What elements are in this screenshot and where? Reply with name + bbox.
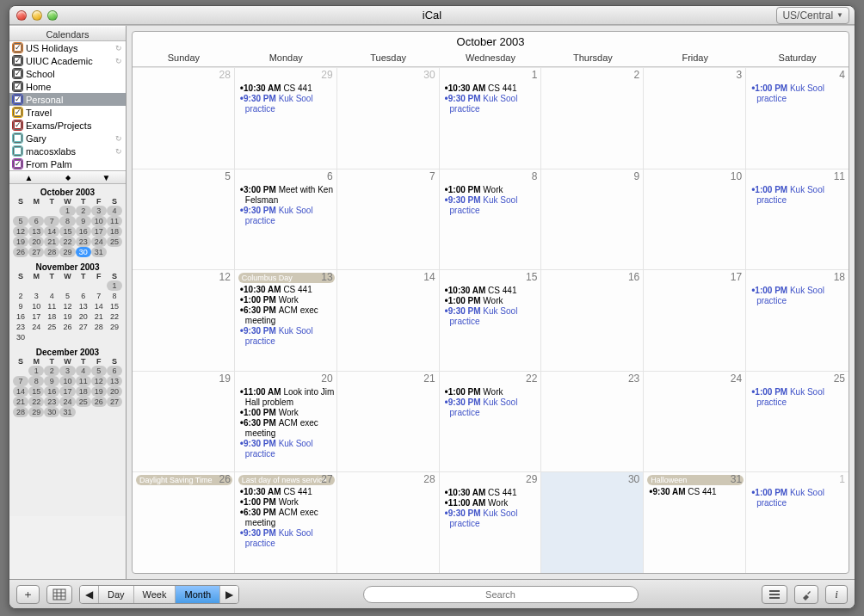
mini-day[interactable]: 26 <box>91 397 107 407</box>
mini-day[interactable]: 22 <box>59 237 75 247</box>
show-info-drawer-button[interactable] <box>794 585 818 604</box>
allday-event[interactable]: Columbus Day <box>238 273 335 283</box>
mini-day[interactable]: 29 <box>28 407 44 417</box>
mini-day[interactable]: 23 <box>76 237 91 247</box>
mini-day[interactable]: 23 <box>44 397 59 407</box>
event[interactable]: •9:30 PM Kuk Sool practice <box>445 195 540 216</box>
event[interactable]: •6:30 PM ACM exec meeting <box>240 508 335 528</box>
day-cell[interactable]: 29•10:30 AM CS 441•11:00 AM Work•9:30 PM… <box>440 472 542 573</box>
mini-day[interactable]: 18 <box>76 386 91 397</box>
mini-day[interactable]: 25 <box>76 397 91 407</box>
calendar-item[interactable]: Travel <box>9 106 126 119</box>
add-calendar-button[interactable]: ＋ <box>16 585 40 604</box>
event[interactable]: •9:30 PM Kuk Sool practice <box>240 326 335 347</box>
day-cell[interactable]: 18•1:00 PM Kuk Sool practice <box>746 270 849 371</box>
mini-prev-button[interactable]: ▲ <box>19 173 40 182</box>
mini-day[interactable]: 5 <box>13 216 28 226</box>
mini-day[interactable]: 14 <box>91 301 107 311</box>
day-cell[interactable]: 30 <box>541 472 644 573</box>
mini-day[interactable]: 15 <box>28 386 44 397</box>
toggle-mini-months-button[interactable] <box>46 585 72 604</box>
mini-day[interactable]: 3 <box>59 366 75 376</box>
day-cell[interactable]: 17 <box>644 270 746 371</box>
mini-day[interactable]: 10 <box>59 376 75 386</box>
mini-day[interactable]: 6 <box>107 366 122 376</box>
day-cell[interactable]: 8•1:00 PM Work•9:30 PM Kuk Sool practice <box>440 169 542 270</box>
calendar-checkbox[interactable] <box>13 43 22 52</box>
mini-day[interactable]: 27 <box>28 247 44 257</box>
mini-day[interactable]: 1 <box>28 366 44 376</box>
mini-day[interactable]: 9 <box>44 376 59 386</box>
show-list-button[interactable] <box>762 585 787 604</box>
day-cell[interactable]: 25•1:00 PM Kuk Sool practice <box>746 372 849 472</box>
mini-day[interactable]: 16 <box>13 311 28 322</box>
mini-day[interactable]: 30 <box>76 247 91 257</box>
mini-day[interactable]: 26 <box>13 247 28 257</box>
mini-day[interactable]: 20 <box>107 386 122 397</box>
mini-day[interactable]: 17 <box>91 226 107 237</box>
calendar-item[interactable]: School <box>9 67 126 80</box>
mini-day[interactable]: 28 <box>44 247 59 257</box>
event[interactable]: •10:30 AM CS 441 <box>240 487 335 497</box>
mini-day[interactable]: 19 <box>91 386 107 397</box>
mini-day[interactable]: 28 <box>91 322 107 332</box>
day-cell[interactable]: 14 <box>337 270 440 371</box>
calendar-checkbox[interactable] <box>13 133 22 143</box>
event[interactable]: •10:30 AM CS 441 <box>445 286 540 296</box>
event[interactable]: •1:00 PM Kuk Sool practice <box>751 83 847 104</box>
day-cell[interactable]: 27Last day of news service•10:30 AM CS 4… <box>235 472 337 573</box>
mini-day[interactable]: 18 <box>107 226 122 237</box>
mini-day[interactable]: 4 <box>44 291 59 301</box>
prev-period-button[interactable]: ◀ <box>80 586 99 603</box>
day-cell[interactable]: 28 <box>133 68 235 169</box>
calendar-item[interactable]: US Holidays↻ <box>9 41 126 54</box>
mini-day[interactable]: 31 <box>91 247 107 257</box>
event[interactable]: •9:30 PM Kuk Sool practice <box>240 206 335 226</box>
event[interactable]: •10:30 AM CS 441 <box>445 488 540 498</box>
event[interactable]: •9:30 PM Kuk Sool practice <box>445 306 540 327</box>
mini-day[interactable]: 30 <box>44 407 59 417</box>
view-week-button[interactable]: Week <box>134 586 176 603</box>
event[interactable]: •1:00 PM Work <box>240 497 335 508</box>
mini-day[interactable]: 21 <box>91 311 107 322</box>
calendar-item[interactable]: Exams/Projects <box>9 119 126 132</box>
mini-day[interactable]: 25 <box>44 322 59 332</box>
mini-day[interactable]: 2 <box>13 291 28 301</box>
mini-day[interactable]: 11 <box>44 301 59 311</box>
day-cell[interactable]: 3 <box>644 68 746 169</box>
event[interactable]: •1:00 PM Work <box>445 387 540 397</box>
mini-day[interactable]: 25 <box>107 237 122 247</box>
mini-day[interactable]: 2 <box>44 366 59 376</box>
mini-day[interactable]: 5 <box>59 291 75 301</box>
mini-day[interactable]: 1 <box>107 280 122 291</box>
mini-day[interactable]: 7 <box>13 376 28 386</box>
mini-day[interactable]: 19 <box>59 311 75 322</box>
search-input[interactable] <box>363 586 639 603</box>
mini-day[interactable]: 29 <box>107 322 122 332</box>
view-month-button[interactable]: Month <box>176 586 220 603</box>
event[interactable]: •9:30 PM Kuk Sool practice <box>240 94 335 114</box>
day-cell[interactable]: 22•1:00 PM Work•9:30 PM Kuk Sool practic… <box>440 372 542 472</box>
calendar-item[interactable]: Gary↻ <box>9 132 126 145</box>
mini-day[interactable]: 5 <box>91 366 107 376</box>
mini-day[interactable]: 6 <box>76 291 91 301</box>
mini-day[interactable]: 24 <box>91 237 107 247</box>
event[interactable]: •9:30 PM Kuk Sool practice <box>240 528 335 549</box>
mini-today-button[interactable]: ◆ <box>58 174 78 182</box>
allday-event[interactable]: Daylight Saving Time <box>136 475 232 485</box>
mini-day[interactable]: 11 <box>107 216 122 226</box>
event[interactable]: •9:30 PM Kuk Sool practice <box>445 397 540 418</box>
day-cell[interactable]: 12 <box>133 270 235 371</box>
mini-day[interactable]: 3 <box>91 206 107 216</box>
day-cell[interactable]: 28 <box>337 472 440 573</box>
mini-day[interactable]: 3 <box>28 291 44 301</box>
calendar-checkbox[interactable] <box>13 95 22 104</box>
mini-day[interactable]: 22 <box>28 397 44 407</box>
day-cell[interactable]: 29•10:30 AM CS 441•9:30 PM Kuk Sool prac… <box>235 68 337 169</box>
day-cell[interactable]: 1•1:00 PM Kuk Sool practice <box>746 472 849 573</box>
mini-day[interactable]: 11 <box>76 376 91 386</box>
mini-day[interactable]: 17 <box>28 311 44 322</box>
calendar-item[interactable]: UIUC Academic↻ <box>9 54 126 67</box>
mini-day[interactable]: 16 <box>76 226 91 237</box>
mini-day[interactable]: 10 <box>91 216 107 226</box>
